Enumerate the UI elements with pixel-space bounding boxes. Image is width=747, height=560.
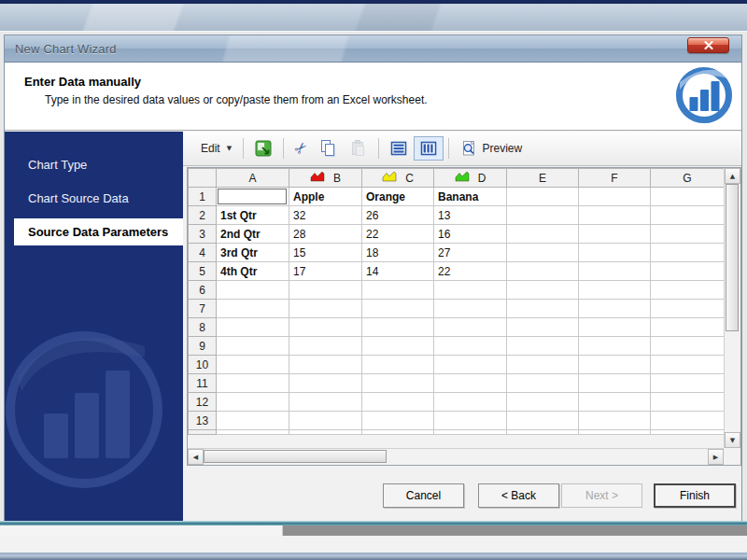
cell-D11[interactable] [434, 374, 507, 393]
cell-B10[interactable] [289, 356, 362, 374]
cell-F10[interactable] [579, 356, 651, 374]
cell-E8[interactable] [507, 318, 579, 337]
scroll-right-icon[interactable]: ▶ [708, 449, 724, 465]
cell-E5[interactable] [507, 262, 579, 281]
cell-C5[interactable]: 14 [362, 262, 434, 281]
cell-C11[interactable] [362, 374, 434, 393]
row-header-1[interactable]: 1 [189, 188, 217, 206]
cell-D1[interactable]: Banana [434, 188, 507, 206]
cell-E9[interactable] [507, 337, 579, 356]
cell-G13[interactable] [651, 412, 725, 430]
row-header-10[interactable]: 10 [189, 356, 217, 374]
cell-G1[interactable] [651, 188, 725, 206]
cell-F11[interactable] [579, 374, 651, 393]
next-button[interactable]: Next > [561, 483, 642, 508]
cell-A4[interactable]: 3rd Qtr [217, 244, 289, 262]
row-header-2[interactable]: 2 [189, 206, 217, 225]
vertical-scroll-thumb[interactable] [726, 184, 739, 331]
horizontal-scrollbar[interactable]: ◀ ▶ [188, 448, 724, 465]
cell-C2[interactable]: 26 [362, 206, 434, 225]
cell-B13[interactable] [289, 412, 362, 430]
cell-A1[interactable] [217, 188, 289, 206]
horizontal-scroll-thumb[interactable] [204, 450, 387, 463]
dialog-titlebar[interactable]: New Chart Wizard [5, 35, 741, 63]
cell-G6[interactable] [651, 281, 725, 300]
cell-D9[interactable] [434, 337, 507, 356]
scroll-up-icon[interactable]: ▲ [725, 168, 740, 184]
select-all-corner[interactable] [189, 169, 217, 188]
cell-C10[interactable] [362, 356, 434, 374]
cell-D8[interactable] [434, 318, 507, 337]
cell-A6[interactable] [217, 281, 289, 300]
cell-G7[interactable] [651, 300, 725, 318]
cell-E10[interactable] [507, 356, 579, 374]
cell-F4[interactable] [579, 244, 651, 262]
cell-D2[interactable]: 13 [434, 206, 507, 225]
cell-G9[interactable] [651, 337, 725, 356]
row-header-12[interactable]: 12 [189, 393, 217, 412]
cell-G5[interactable] [651, 262, 725, 281]
column-header-A[interactable]: A [217, 169, 289, 188]
cell-F3[interactable] [579, 225, 651, 244]
cell-A13[interactable] [217, 412, 289, 430]
row-header-11[interactable]: 11 [189, 374, 217, 393]
cell-A11[interactable] [217, 374, 289, 393]
row-header-13[interactable]: 13 [189, 412, 217, 430]
cell-G2[interactable] [651, 206, 725, 225]
sidebar-item-chart-type[interactable]: Chart Type [28, 158, 87, 172]
cell-F6[interactable] [579, 281, 651, 300]
cell-A12[interactable] [217, 393, 289, 412]
cell-E7[interactable] [507, 300, 579, 318]
cell-B4[interactable]: 15 [289, 244, 362, 262]
back-button[interactable]: < Back [478, 483, 559, 508]
paste-button[interactable] [344, 136, 374, 161]
column-header-C[interactable]: C [362, 169, 434, 188]
cell-C9[interactable] [362, 337, 434, 356]
cell-B9[interactable] [289, 337, 362, 356]
cell-E4[interactable] [507, 244, 579, 262]
cell-A5[interactable]: 4th Qtr [217, 262, 289, 281]
cell-C8[interactable] [362, 318, 434, 337]
cell-A2[interactable]: 1st Qtr [217, 206, 289, 225]
cut-button[interactable]: ✂ [289, 136, 314, 161]
row-header-5[interactable]: 5 [189, 262, 217, 281]
cell-B7[interactable] [289, 300, 362, 318]
sidebar-item-chart-source-data[interactable]: Chart Source Data [28, 191, 129, 205]
scroll-down-icon[interactable]: ▼ [725, 432, 740, 448]
export-excel-button[interactable] [248, 136, 278, 161]
scroll-left-icon[interactable]: ◀ [188, 449, 204, 465]
cell-G3[interactable] [651, 225, 725, 244]
cell-C3[interactable]: 22 [362, 225, 434, 244]
cell-F1[interactable] [579, 188, 651, 206]
preview-button[interactable]: Preview [454, 136, 529, 161]
cell-E1[interactable] [507, 188, 579, 206]
row-header-9[interactable]: 9 [189, 337, 217, 356]
row-header-8[interactable]: 8 [189, 318, 217, 337]
finish-button[interactable]: Finish [654, 483, 736, 508]
cell-C1[interactable]: Orange [362, 188, 434, 206]
copy-button[interactable] [314, 136, 344, 161]
row-header-4[interactable]: 4 [189, 244, 217, 262]
cell-F8[interactable] [579, 318, 651, 337]
cell-D7[interactable] [434, 300, 507, 318]
cell-G8[interactable] [651, 318, 725, 337]
cell-D6[interactable] [434, 281, 507, 300]
cell-C13[interactable] [362, 412, 434, 430]
vertical-scrollbar[interactable]: ▲ ▼ [724, 168, 740, 448]
column-header-G[interactable]: G [651, 169, 725, 188]
cell-B6[interactable] [289, 281, 362, 300]
cell-B5[interactable]: 17 [289, 262, 362, 281]
cell-D4[interactable]: 27 [434, 244, 507, 262]
cell-G11[interactable] [651, 374, 725, 393]
cell-C6[interactable] [362, 281, 434, 300]
cell-C4[interactable]: 18 [362, 244, 434, 262]
row-header-3[interactable]: 3 [189, 225, 217, 244]
cell-D10[interactable] [434, 356, 507, 374]
cell-C12[interactable] [362, 393, 434, 412]
row-header-7[interactable]: 7 [189, 300, 217, 318]
cell-G10[interactable] [651, 356, 725, 374]
series-in-rows-button[interactable] [384, 136, 414, 161]
cell-B2[interactable]: 32 [289, 206, 362, 225]
cell-G12[interactable] [651, 393, 725, 412]
cell-D12[interactable] [434, 393, 507, 412]
